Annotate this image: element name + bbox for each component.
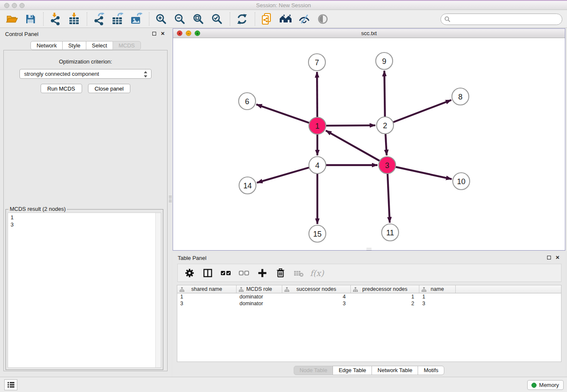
import-table-icon[interactable] bbox=[67, 12, 81, 26]
table-tab-edge-table[interactable]: Edge Table bbox=[333, 366, 372, 375]
close-panel-button[interactable]: Close panel bbox=[88, 84, 131, 93]
graph-edge-2-8[interactable] bbox=[385, 100, 451, 125]
result-scrollbar[interactable] bbox=[155, 213, 161, 367]
column-header-shared-name[interactable]: shared name bbox=[177, 285, 237, 293]
close-table-panel-icon[interactable]: × bbox=[556, 254, 559, 261]
svg-text:15: 15 bbox=[313, 230, 322, 238]
first-neighbors-icon[interactable] bbox=[279, 12, 292, 26]
tab-style[interactable]: Style bbox=[62, 41, 86, 50]
table-cell: 3 bbox=[177, 301, 237, 306]
table-tab-network-table[interactable]: Network Table bbox=[372, 366, 418, 375]
table-panel-tabs: Node TableEdge TableNetwork TableMotifs bbox=[173, 366, 565, 375]
network-window-title: scc.txt bbox=[173, 30, 565, 36]
graph-edge-1-6[interactable] bbox=[256, 105, 317, 126]
zoom-fit-icon[interactable] bbox=[192, 12, 205, 26]
svg-text:14: 14 bbox=[243, 182, 252, 190]
export-table-icon[interactable] bbox=[111, 12, 124, 26]
delete-column-trash-icon[interactable] bbox=[275, 268, 286, 279]
main-toolbar bbox=[0, 11, 567, 28]
svg-text:10: 10 bbox=[457, 177, 465, 186]
graph-edge-3-10[interactable] bbox=[387, 165, 452, 179]
tab-mcds[interactable]: MCDS bbox=[113, 41, 140, 50]
function-builder-icon[interactable]: f(x) bbox=[311, 268, 322, 279]
node-table: shared nameMCDS rolesuccessor nodesprede… bbox=[177, 285, 561, 362]
svg-text:4: 4 bbox=[315, 161, 319, 170]
search-input[interactable] bbox=[453, 15, 562, 24]
refresh-layout-icon[interactable] bbox=[235, 12, 249, 26]
open-session-icon[interactable] bbox=[5, 12, 19, 26]
graph-node-6[interactable]: 6 bbox=[239, 93, 256, 110]
float-table-panel-icon[interactable] bbox=[547, 256, 551, 259]
unselect-all-columns-icon[interactable] bbox=[239, 268, 250, 279]
delete-table-icon[interactable] bbox=[293, 268, 304, 279]
import-network-icon[interactable] bbox=[49, 12, 62, 26]
graph-node-7[interactable]: 7 bbox=[308, 54, 325, 71]
graph-node-14[interactable]: 14 bbox=[239, 177, 256, 194]
control-panel-tabs: NetworkStyleSelectMCDS bbox=[0, 41, 171, 50]
control-panel-title: Control Panel bbox=[5, 31, 39, 37]
select-all-columns-icon[interactable] bbox=[220, 268, 231, 279]
toolbar-separator bbox=[87, 12, 87, 26]
graph-edge-4-14[interactable] bbox=[257, 165, 317, 183]
table-tab-motifs[interactable]: Motifs bbox=[418, 366, 444, 375]
close-panel-icon[interactable]: × bbox=[161, 30, 165, 37]
status-bar: Memory bbox=[0, 377, 567, 392]
export-image-icon[interactable] bbox=[129, 12, 143, 26]
table-row[interactable]: 1dominator411 bbox=[177, 293, 561, 300]
tab-select[interactable]: Select bbox=[86, 41, 113, 50]
control-panel: Control Panel × NetworkStyleSelectMCDS O… bbox=[0, 28, 171, 377]
zoom-out-icon[interactable] bbox=[173, 12, 187, 26]
memory-button-label: Memory bbox=[539, 382, 559, 388]
network-canvas[interactable]: 7968124314101511 bbox=[173, 38, 565, 250]
show-column-icon[interactable] bbox=[202, 268, 213, 279]
zoom-in-icon[interactable] bbox=[154, 12, 168, 26]
save-session-icon[interactable] bbox=[24, 12, 37, 26]
clone-network-icon[interactable] bbox=[260, 12, 274, 26]
run-mcds-button[interactable]: Run MCDS bbox=[41, 84, 82, 93]
table-row[interactable]: 3dominator323 bbox=[177, 300, 561, 307]
export-network-icon[interactable] bbox=[92, 12, 106, 26]
graph-node-11[interactable]: 11 bbox=[382, 224, 399, 241]
memory-button[interactable]: Memory bbox=[527, 380, 564, 390]
table-cell: dominator bbox=[237, 294, 282, 300]
table-cell: 3 bbox=[282, 301, 351, 306]
search-field[interactable] bbox=[440, 14, 562, 25]
hide-selected-icon[interactable] bbox=[297, 12, 311, 26]
column-header-successor-nodes[interactable]: successor nodes bbox=[282, 285, 351, 293]
network-resize-grip[interactable] bbox=[366, 248, 372, 250]
graph-edge-3-1[interactable] bbox=[326, 130, 387, 165]
graph-node-8[interactable]: 8 bbox=[452, 88, 469, 105]
panel-splitter-grip[interactable] bbox=[169, 196, 172, 202]
mcds-result-list[interactable]: 1 3 bbox=[8, 213, 161, 368]
column-header-predecessor-nodes[interactable]: predecessor nodes bbox=[351, 285, 419, 293]
control-panel-header: Control Panel × bbox=[0, 28, 171, 39]
network-window-titlebar[interactable]: × − + scc.txt bbox=[173, 29, 565, 38]
graph-node-10[interactable]: 10 bbox=[453, 173, 470, 190]
column-header-mcds-role[interactable]: MCDS role bbox=[237, 285, 282, 293]
column-header-name[interactable]: name bbox=[419, 285, 456, 293]
table-tab-node-table[interactable]: Node Table bbox=[294, 366, 333, 375]
table-cell: dominator bbox=[237, 301, 282, 306]
float-panel-icon[interactable] bbox=[152, 32, 156, 36]
graph-node-3[interactable]: 3 bbox=[379, 157, 396, 174]
network-canvas-svg: 7968124314101511 bbox=[173, 38, 565, 250]
mcds-result-title: MCDS result (2 nodes) bbox=[8, 206, 67, 212]
graph-node-15[interactable]: 15 bbox=[309, 225, 326, 242]
table-settings-gear-icon[interactable] bbox=[184, 268, 195, 279]
svg-text:2: 2 bbox=[383, 121, 387, 130]
graph-node-1[interactable]: 1 bbox=[309, 117, 326, 134]
create-column-plus-icon[interactable] bbox=[257, 268, 268, 279]
table-toolbar: f(x) bbox=[177, 264, 561, 282]
graph-node-4[interactable]: 4 bbox=[309, 157, 326, 174]
graph-node-9[interactable]: 9 bbox=[376, 52, 393, 69]
zoom-selected-icon[interactable] bbox=[210, 12, 224, 26]
search-icon bbox=[444, 16, 451, 22]
table-cell: 1 bbox=[419, 294, 456, 300]
show-all-icon[interactable] bbox=[316, 12, 330, 26]
graph-node-2[interactable]: 2 bbox=[377, 117, 394, 134]
tab-network[interactable]: Network bbox=[30, 41, 63, 50]
task-history-button[interactable] bbox=[4, 379, 17, 390]
criterion-dropdown[interactable]: strongly connected component bbox=[19, 69, 151, 79]
svg-text:6: 6 bbox=[245, 97, 249, 106]
table-cell: 4 bbox=[282, 294, 351, 300]
